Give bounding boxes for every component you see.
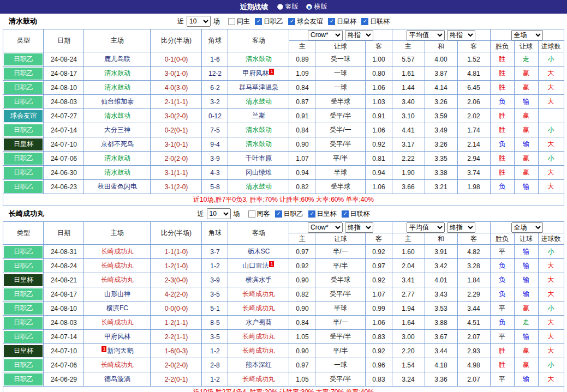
view-radio[interactable]: 竖版 — [277, 2, 299, 11]
filter-checkbox[interactable]: 日皇杯 — [328, 17, 356, 26]
column-header: 类型 — [3, 222, 44, 245]
home-team-cell[interactable]: 清水鼓动 — [84, 109, 151, 123]
home-team-cell[interactable]: 甲府风林 — [84, 330, 151, 344]
home-team-cell[interactable]: 清水鼓动 — [84, 166, 151, 180]
match-row: 日职乙24-06-23秋田蓝色闪电3-1(2-0)5-8清水鼓动0.82受半球1… — [3, 180, 564, 194]
result-wdl-cell: 平 — [490, 330, 514, 344]
home-team-cell[interactable]: 1新泻天鹅 — [84, 344, 151, 358]
match-type-cell: 日职乙 — [3, 259, 44, 273]
red-card-badge: 1 — [269, 69, 274, 75]
away-team-cell[interactable]: 长崎成功丸 — [228, 287, 289, 301]
home-team-cell[interactable]: 山形山神 — [84, 287, 151, 301]
away-team-cell[interactable]: 枥木SC — [228, 245, 289, 259]
average-odds-cell: 3.10 — [392, 109, 425, 123]
away-team-cell[interactable]: 千叶市原 — [228, 152, 289, 166]
away-team-cell[interactable]: 水户蜀葵 — [228, 316, 289, 330]
score-cell: 2-0(2-0) — [151, 152, 202, 166]
away-team-cell[interactable]: 长崎成功丸 — [228, 372, 289, 387]
away-team-cell[interactable]: 清水鼓动 — [228, 180, 289, 194]
league-badge: 球会友谊 — [4, 110, 43, 122]
odds-cell: 1.06 — [366, 180, 392, 194]
filter-checkbox[interactable]: 日联杯 — [342, 209, 370, 219]
home-team-cell[interactable]: 长崎成功丸 — [84, 273, 151, 287]
away-team-cell[interactable]: 群马草津温泉 — [228, 81, 289, 95]
match-date: 24-07-14 — [44, 123, 84, 137]
average-odds-cell: 1.90 — [392, 166, 425, 180]
away-team-cell[interactable]: 甲府风林1 — [228, 67, 289, 81]
team-name-text: 清水鼓动 — [104, 69, 130, 77]
away-team-cell[interactable]: 山口雷法1 — [228, 259, 289, 273]
filter-checkbox[interactable]: 同客 — [248, 209, 270, 219]
match-type-cell: 日职乙 — [3, 52, 44, 67]
away-team-cell[interactable]: 长崎成功丸 — [228, 344, 289, 358]
home-team-cell[interactable]: 鹿儿岛联 — [84, 52, 151, 67]
odds-cell: 0.84 — [289, 123, 315, 137]
away-team-cell[interactable]: 长崎成功丸 — [228, 330, 289, 344]
final-index-select[interactable]: 终指 — [345, 222, 373, 233]
home-team-cell[interactable]: 长崎成功丸 — [84, 259, 151, 273]
average-odds-cell: 1.44 — [392, 81, 425, 95]
home-team-cell[interactable]: 长崎成功丸 — [84, 245, 151, 259]
result-wdl-cell: 胜 — [490, 52, 514, 67]
match-row: 日职乙24-08-17山形山神4-2(2-0)3-5长崎成功丸0.82受平/半1… — [3, 287, 564, 301]
odds-group-header: 平均值终指 — [392, 222, 490, 233]
team-name-text: 清水鼓动 — [246, 126, 272, 134]
checkbox-icon — [342, 210, 349, 218]
final-index-select[interactable]: 终指 — [447, 222, 475, 233]
header-row-groups: 类型日期主场比分(半场)角球客场Crow*终指平均值终指全场 — [3, 29, 564, 41]
view-radio[interactable]: 横版 — [306, 2, 327, 11]
league-badge: 日职乙 — [4, 288, 43, 300]
average-odds-cell: 3.44 — [457, 301, 490, 316]
result-handicap-cell: 输 — [514, 137, 538, 152]
match-count-select[interactable]: 10 — [207, 208, 231, 219]
home-team-cell[interactable]: 秋田蓝色闪电 — [84, 180, 151, 194]
filter-checkbox[interactable]: 日皇杯 — [308, 209, 337, 219]
match-date: 24-08-31 — [44, 245, 84, 259]
final-index-select[interactable]: 终指 — [447, 30, 475, 40]
team-name-text: 清水鼓动 — [104, 154, 130, 162]
away-team-cell[interactable]: 冈山绿雉 — [228, 166, 289, 180]
average-odds-cell: 3.35 — [425, 152, 457, 166]
full-match-select[interactable]: 全场 — [511, 222, 543, 233]
filter-checkbox[interactable]: 日职乙 — [255, 17, 283, 26]
average-odds-select[interactable]: 平均值 — [407, 30, 445, 40]
final-index-select[interactable]: 终指 — [345, 30, 373, 40]
home-team-cell[interactable]: 清水鼓动 — [84, 152, 151, 166]
away-team-cell[interactable]: 熊本深红 — [228, 358, 289, 372]
away-team-cell[interactable]: 横滨水手 — [228, 273, 289, 287]
result-wdl-cell: 胜 — [490, 109, 514, 123]
full-match-select[interactable]: 全场 — [511, 30, 543, 40]
odds-company-select[interactable]: Crow* — [308, 222, 343, 233]
corners-cell: 0-12 — [202, 109, 228, 123]
home-team-cell[interactable]: 长崎成功丸 — [84, 316, 151, 330]
average-odds-select[interactable]: 平均值 — [407, 222, 445, 233]
home-team-cell[interactable]: 德岛漩涡 — [84, 372, 151, 387]
away-team-cell[interactable]: 清水鼓动 — [228, 52, 289, 67]
filter-checkbox[interactable]: 球会友谊 — [288, 17, 323, 26]
away-team-cell[interactable]: 清水鼓动 — [228, 95, 289, 109]
home-team-cell[interactable]: 大分三神 — [84, 123, 151, 137]
home-team-cell[interactable]: 清水鼓动 — [84, 67, 151, 81]
match-row: 日职乙24-07-14甲府风林2-2(1-1)3-5长崎成功丸1.05受平/半0… — [3, 330, 564, 344]
filter-checkbox[interactable]: 日联杯 — [361, 17, 390, 26]
home-team-cell[interactable]: 京都不死鸟 — [84, 137, 151, 152]
match-count-select[interactable]: 10 — [187, 16, 211, 27]
away-team-cell[interactable]: 清水鼓动 — [228, 123, 289, 137]
filter-checkbox[interactable]: 同主 — [228, 17, 250, 26]
checkbox-icon — [288, 18, 295, 25]
away-team-cell[interactable]: 兰斯 — [228, 109, 289, 123]
filter-checkbox[interactable]: 日职乙 — [275, 209, 303, 219]
result-handicap-cell: 走 — [514, 52, 538, 67]
away-team-cell[interactable]: 清水鼓动 — [228, 137, 289, 152]
team-name-text: 清水鼓动 — [246, 98, 272, 105]
sub-column-header: 让球 — [315, 41, 366, 52]
home-team-cell[interactable]: 横滨FC — [84, 301, 151, 316]
away-team-cell[interactable]: 长崎成功丸 — [228, 301, 289, 316]
column-header: 角球 — [202, 222, 228, 245]
match-date: 24-08-21 — [44, 273, 84, 287]
home-team-cell[interactable]: 仙台维加泰 — [84, 95, 151, 109]
home-team-cell[interactable]: 清水鼓动 — [84, 81, 151, 95]
home-team-cell[interactable]: 长崎成功丸 — [84, 358, 151, 372]
odds-company-select[interactable]: Crow* — [308, 30, 343, 40]
column-header: 日期 — [44, 29, 84, 52]
